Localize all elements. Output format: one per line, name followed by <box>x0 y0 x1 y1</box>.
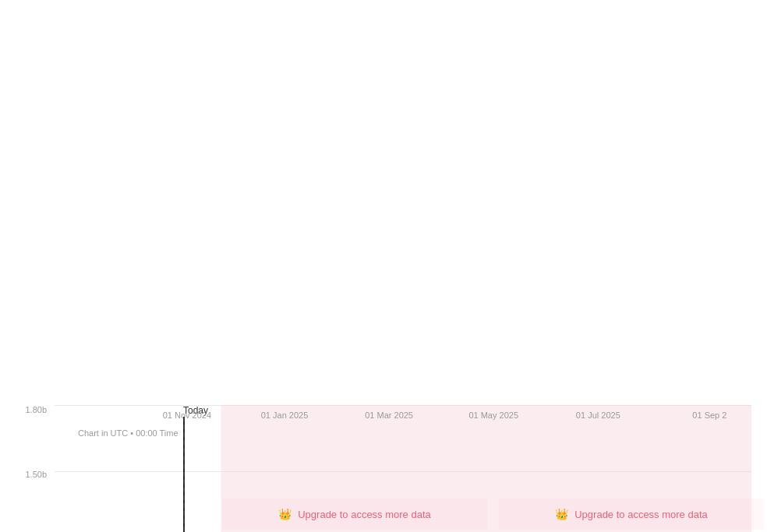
chart-area: Today Chart in UTC • 00:00 Time 0 300m 6… <box>55 405 751 532</box>
y-axis: 0 300m 600m 900m 1.20b 1.50b 1.80b <box>8 405 51 532</box>
x-axis: 01 Nov 2024 01 Jan 2025 01 Mar 2025 01 M… <box>55 405 751 425</box>
x-label-5: 01 Sep 2 <box>692 410 726 420</box>
x-label-0: 01 Nov 2024 <box>163 410 211 420</box>
x-label-3: 01 May 2025 <box>468 410 518 420</box>
x-label-1: 01 Jan 2025 <box>261 410 309 420</box>
y-label-180b: 1.80b <box>25 405 51 414</box>
x-label-2: 01 Mar 2025 <box>365 410 413 420</box>
chart-container: Today Chart in UTC • 00:00 Time 0 300m 6… <box>0 0 767 532</box>
today-line <box>183 417 185 532</box>
x-label-4: 01 Jul 2025 <box>576 410 620 420</box>
y-label-150b: 1.50b <box>25 470 51 479</box>
